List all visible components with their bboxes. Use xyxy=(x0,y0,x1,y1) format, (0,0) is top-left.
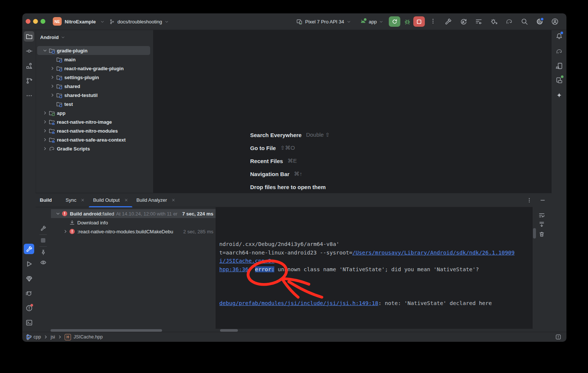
close-window-button[interactable] xyxy=(26,19,30,24)
breadcrumb-item-jsicache-hpp[interactable]: JSICache.hpp xyxy=(74,334,103,340)
project-tree-item-react-native-safe-area-context[interactable]: react-native-safe-area-context xyxy=(37,135,150,144)
restart-build-icon[interactable] xyxy=(39,224,47,232)
chevron-down-icon xyxy=(165,20,169,24)
logcat-tool-button[interactable] xyxy=(24,288,34,298)
pull-requests-tool-button[interactable] xyxy=(24,75,34,86)
profiler-bug-icon[interactable] xyxy=(490,17,498,26)
soft-wrap-icon[interactable] xyxy=(538,211,545,219)
console-text: : xyxy=(249,266,255,272)
breadcrumb-item-cpp[interactable]: cpp xyxy=(33,334,41,340)
search-icon[interactable] xyxy=(520,17,529,26)
tab-sync[interactable]: Sync xyxy=(62,193,89,207)
restore-list-icon[interactable] xyxy=(475,17,483,26)
commit-tool-button[interactable] xyxy=(24,46,34,56)
close-tab-icon[interactable] xyxy=(124,198,128,202)
device-manager-tool-button[interactable] xyxy=(554,75,564,85)
preview-eye-icon[interactable] xyxy=(39,259,47,266)
device-selector[interactable]: Pixel 7 Pro API 34 xyxy=(296,13,351,30)
scroll-to-end-icon[interactable] xyxy=(538,220,545,228)
chevron-down-icon xyxy=(379,20,383,24)
shortcut-keys: ⌘↑ xyxy=(294,171,303,177)
tab-build-output[interactable]: Build Output xyxy=(89,193,132,207)
project-tree-item-app[interactable]: app xyxy=(37,108,150,117)
gradle-tool-button[interactable] xyxy=(554,46,564,56)
run-configuration-selector[interactable]: app xyxy=(360,13,383,30)
chevron-right-icon[interactable] xyxy=(49,66,56,71)
build-console[interactable]: ndroid/.cxx/Debug/2nd4i3y6/arm64-v8a't=a… xyxy=(216,207,533,329)
structure-tool-button[interactable] xyxy=(24,61,34,71)
chevron-right-icon[interactable] xyxy=(42,120,48,124)
chevron-right-icon[interactable] xyxy=(42,129,48,133)
chevron-right-icon[interactable] xyxy=(49,75,56,80)
project-tree-item-gradle-plugin[interactable]: gradle-plugin xyxy=(37,46,150,55)
project-tree-item-react-native-nitro-modules[interactable]: react-native-nitro-modules xyxy=(37,126,150,135)
more-actions-icon[interactable] xyxy=(430,18,436,25)
zoom-window-button[interactable] xyxy=(41,19,45,24)
project-tree-item-gradle-scripts[interactable]: Gradle Scripts xyxy=(37,144,150,153)
chevron-down-icon[interactable] xyxy=(42,48,48,53)
shortcut-row: Recent Files⌘E xyxy=(250,157,330,165)
hide-panel-icon[interactable] xyxy=(540,197,546,203)
sync-translate-icon[interactable] xyxy=(459,17,468,26)
terminal-tool-button[interactable] xyxy=(24,317,34,328)
notifications-tool-button[interactable] xyxy=(554,31,564,41)
console-vertical-scrollbar[interactable] xyxy=(533,228,536,239)
build-tree-row-react-native-nitro-modules-buildcmakedebu[interactable]: :react-native-nitro-modules:buildCMakeDe… xyxy=(51,227,216,236)
console-link[interactable]: hpp:36:36 xyxy=(219,266,249,272)
gemini-tool-button[interactable] xyxy=(554,90,564,101)
problems-tool-button[interactable] xyxy=(24,303,34,313)
build-tool-button[interactable] xyxy=(24,244,34,254)
project-tree-item-react-native-nitro-image[interactable]: react-native-nitro-image xyxy=(37,117,150,126)
build-tree-row-build-android[interactable]: Build android: failedAt 14.10.24, 12:00 … xyxy=(51,209,216,218)
event-log-icon[interactable] xyxy=(555,334,561,340)
chevron-right-icon[interactable] xyxy=(42,111,48,115)
tab-build-analyzer[interactable]: Build Analyzer xyxy=(132,193,180,207)
settings-gear-icon[interactable] xyxy=(536,17,544,26)
project-tree-item-react-native-gradle-plugin[interactable]: react-native-gradle-plugin xyxy=(37,64,150,73)
chevron-right-icon[interactable] xyxy=(62,229,69,234)
tree-horizontal-scrollbar[interactable] xyxy=(51,329,162,332)
app-quality-insights-tool-button[interactable] xyxy=(24,273,34,284)
module-blue-icon xyxy=(56,74,62,81)
chevron-down-icon[interactable] xyxy=(55,211,61,216)
clear-all-icon[interactable] xyxy=(538,230,545,238)
chevron-right-icon[interactable] xyxy=(49,93,56,97)
run-tool-button[interactable] xyxy=(24,259,34,269)
more-tools-button[interactable] xyxy=(24,90,34,101)
build-tree-row-download-info[interactable]: Download info xyxy=(51,218,216,227)
chevron-down-icon[interactable] xyxy=(100,20,104,24)
download-icon xyxy=(69,220,75,226)
running-devices-tool-button[interactable] xyxy=(554,61,564,71)
chevron-right-icon[interactable] xyxy=(49,84,56,88)
project-tree-item-settings-plugin[interactable]: settings-plugin xyxy=(37,73,150,82)
gradle-sync-icon[interactable] xyxy=(505,17,513,26)
project-tree-item-main[interactable]: main xyxy=(37,55,150,64)
project-view-selector[interactable]: Android xyxy=(40,33,65,42)
vcs-branch-selector[interactable]: docs/troubleshooting xyxy=(109,13,169,30)
build-hammer-icon[interactable] xyxy=(444,17,452,26)
project-selector[interactable]: NitroExample xyxy=(65,13,96,30)
stop-build-icon[interactable] xyxy=(39,237,47,244)
stop-button[interactable] xyxy=(413,16,425,27)
rerun-button[interactable] xyxy=(389,16,400,27)
close-tab-icon[interactable] xyxy=(171,198,175,202)
close-tab-icon[interactable] xyxy=(81,198,85,202)
pin-tab-icon[interactable] xyxy=(39,249,47,256)
console-link[interactable]: debug/prefab/modules/jsi/include/jsi/jsi… xyxy=(219,300,378,306)
branch-name: docs/troubleshooting xyxy=(117,19,162,25)
breadcrumb-item-jsi[interactable]: jsi xyxy=(51,334,55,340)
console-link[interactable]: /Users/mrousavy/Library/Android/sdk/ndk/… xyxy=(352,250,515,256)
minimize-window-button[interactable] xyxy=(33,19,38,24)
panel-options-kebab-icon[interactable] xyxy=(526,197,532,203)
chevron-down-icon xyxy=(61,35,65,39)
console-horizontal-scrollbar[interactable] xyxy=(220,329,238,332)
chevron-right-icon[interactable] xyxy=(42,137,48,142)
project-tree-item-test[interactable]: test xyxy=(37,100,150,108)
account-avatar-icon[interactable] xyxy=(551,17,559,26)
debug-button[interactable] xyxy=(404,18,411,25)
chevron-right-icon[interactable] xyxy=(42,146,48,151)
project-tool-button[interactable] xyxy=(24,31,34,42)
console-link[interactable]: i/JSICache.cpp:8: xyxy=(219,258,274,264)
project-tree-item-shared[interactable]: shared xyxy=(37,82,150,91)
project-tree-item-shared-testutil[interactable]: shared-testutil xyxy=(37,91,150,100)
